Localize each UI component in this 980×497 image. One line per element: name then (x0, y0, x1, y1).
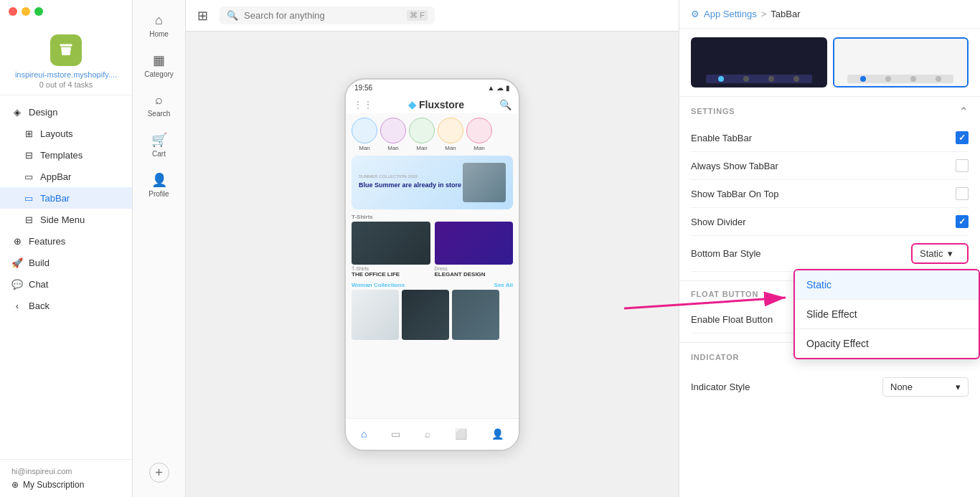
subscription-link[interactable]: ⊕ My Subscription (11, 480, 121, 490)
shop-name: inspireui-mstore.myshopify.... (15, 70, 117, 79)
cart-icon: 🛒 (151, 132, 167, 148)
sidebar-item-sidemenu[interactable]: ⊟ Side Menu (0, 209, 132, 230)
phone-preview: 19:56 ▲ ☁ ▮ ⋮⋮ ◆ Fluxstore 🔍 Man (344, 78, 520, 451)
menu-icon: ⋮⋮ (353, 99, 373, 110)
show-divider-label: Show Divider (691, 217, 746, 227)
dropdown-option-slide-effect[interactable]: Slide Effect (795, 300, 979, 328)
preview-thumb-0[interactable] (691, 37, 827, 87)
see-all-link[interactable]: See All (494, 282, 513, 288)
sidemenu-label: Side Menu (40, 214, 85, 225)
minimize-button[interactable] (22, 7, 30, 16)
design-label: Design (29, 107, 57, 118)
add-panel-item-button[interactable]: + (149, 463, 169, 483)
shop-info: inspireui-mstore.myshopify.... 0 out of … (0, 23, 132, 95)
settings-section-title: SETTINGS ⌃ (691, 105, 969, 117)
app-settings-icon: ⚙ (691, 9, 699, 19)
logo-text: Fluxstore (419, 99, 464, 110)
bottom-bar-style-row: Bottom Bar Style Static ▾ Static Slide E… (691, 236, 969, 272)
show-tabbar-on-top-label: Show TabBar On Top (691, 189, 778, 199)
cat-label-3: Man (445, 145, 456, 151)
indicator-style-label: Indicator Style (691, 382, 750, 392)
search-bar[interactable]: 🔍 ⌘ F (220, 6, 435, 24)
sidebar-item-back[interactable]: ‹ Back (0, 295, 132, 316)
sidebar-footer: hi@inspireui.com ⊕ My Subscription (0, 459, 132, 497)
search-icon: ⌕ (155, 93, 163, 108)
tab-profile-icon: 👤 (491, 428, 504, 440)
shop-logo (50, 34, 82, 66)
panel-item-category[interactable]: ▦ Category (133, 47, 185, 84)
prod-name-1: ELEGANT DESIGN (435, 271, 514, 278)
subscription-label: My Subscription (23, 480, 84, 490)
phone-header: ⋮⋮ ◆ Fluxstore 🔍 (346, 96, 519, 113)
sidebar-item-tabbar[interactable]: ▭ TabBar (0, 187, 132, 209)
phone-tab-cart[interactable]: ⬜ (455, 428, 467, 440)
always-show-tabbar-checkbox[interactable] (956, 159, 969, 172)
prod-cat-1: Dress (435, 266, 514, 271)
sidebar-item-build[interactable]: 🚀 Build (0, 252, 132, 273)
prod-cat-0: T-Shirts (352, 266, 430, 271)
panel-item-profile[interactable]: 👤 Profile (133, 166, 185, 204)
sidebar-item-chat[interactable]: 💬 Chat (0, 273, 132, 295)
enable-tabbar-checkbox[interactable] (956, 131, 969, 144)
breadcrumb-app-settings[interactable]: App Settings (704, 9, 757, 19)
phone-tab-menu[interactable]: ▭ (391, 428, 400, 440)
phone-status-bar: 19:56 ▲ ☁ ▮ (346, 80, 519, 96)
preview-thumbnails (679, 29, 980, 97)
show-tabbar-on-top-checkbox[interactable] (956, 187, 969, 200)
search-input[interactable] (244, 10, 401, 21)
phone-tab-search[interactable]: ⌕ (425, 428, 430, 440)
close-button[interactable] (9, 7, 17, 16)
grid-icon[interactable]: ⊞ (197, 8, 208, 24)
always-show-tabbar-row: Always Show TabBar (691, 152, 969, 180)
chat-label: Chat (29, 279, 48, 290)
task-count: 0 out of 4 tasks (39, 80, 93, 89)
sidebar-item-features[interactable]: ⊕ Features (0, 230, 132, 252)
left-sidebar: inspireui-mstore.myshopify.... 0 out of … (0, 0, 133, 497)
dropdown-chevron-icon: ▾ (948, 248, 953, 259)
center-area: ⊞ 🔍 ⌘ F 19:56 ▲ ☁ ▮ ⋮⋮ ◆ Fluxstore (186, 0, 679, 497)
enable-tabbar-label: Enable TabBar (691, 133, 752, 143)
tabbar-icon: ▭ (23, 192, 34, 204)
sidemenu-icon: ⊟ (23, 214, 34, 225)
bottom-bar-style-trigger[interactable]: Static ▾ (911, 243, 969, 264)
back-icon: ‹ (11, 300, 23, 311)
settings-title-text: SETTINGS (691, 107, 735, 115)
women-products (346, 290, 519, 340)
phone-signal-icons: ▲ ☁ ▮ (488, 84, 510, 92)
design-icon: ◈ (11, 106, 23, 118)
phone-product-0: T-Shirts THE OFFICE LIFE (352, 222, 430, 278)
main-wrapper: ⊞ 🔍 ⌘ F 19:56 ▲ ☁ ▮ ⋮⋮ ◆ Fluxstore (186, 0, 980, 497)
panel-item-search[interactable]: ⌕ Search (133, 87, 185, 123)
user-email: hi@inspireui.com (11, 467, 121, 475)
category-icon: ▦ (153, 52, 165, 68)
profile-panel-label: Profile (149, 190, 169, 198)
phone-tab-profile[interactable]: 👤 (491, 428, 504, 440)
maximize-button[interactable] (34, 7, 43, 16)
panel-item-cart[interactable]: 🛒 Cart (133, 126, 185, 164)
enable-float-button-label: Enable Float Button (691, 314, 773, 325)
sidebar-item-design[interactable]: ◈ Design (0, 101, 132, 123)
dropdown-option-static[interactable]: Static (795, 270, 979, 299)
settings-collapse-button[interactable]: ⌃ (959, 105, 969, 117)
sidebar-item-appbar[interactable]: ▭ AppBar (0, 166, 132, 187)
show-divider-checkbox[interactable] (956, 215, 969, 228)
home-icon: ⌂ (155, 13, 163, 28)
dropdown-option-opacity-effect[interactable]: Opacity Effect (795, 329, 979, 358)
women-section-header: Woman Collections See All (346, 278, 519, 290)
sidebar-item-layouts[interactable]: ⊞ Layouts (0, 123, 132, 144)
indicator-style-select[interactable]: None ▾ (882, 377, 969, 397)
show-divider-row: Show Divider (691, 208, 969, 236)
panel-item-home[interactable]: ⌂ Home (133, 7, 185, 44)
profile-icon: 👤 (151, 172, 167, 188)
women-product-2 (452, 290, 499, 340)
features-icon: ⊕ (11, 235, 23, 247)
phone-cat-3: Man (438, 118, 463, 151)
phone-section-header: T-Shirts (346, 209, 519, 222)
chat-icon: 💬 (11, 278, 23, 290)
phone-tab-home[interactable]: ⌂ (361, 428, 367, 440)
tab-menu-icon: ▭ (391, 428, 400, 440)
preview-thumb-1[interactable] (833, 37, 969, 87)
sidebar-item-templates[interactable]: ⊟ Templates (0, 144, 132, 166)
breadcrumb: ⚙ App Settings > TabBar (679, 0, 980, 29)
indicator-title-text: INDICATOR (691, 353, 739, 361)
